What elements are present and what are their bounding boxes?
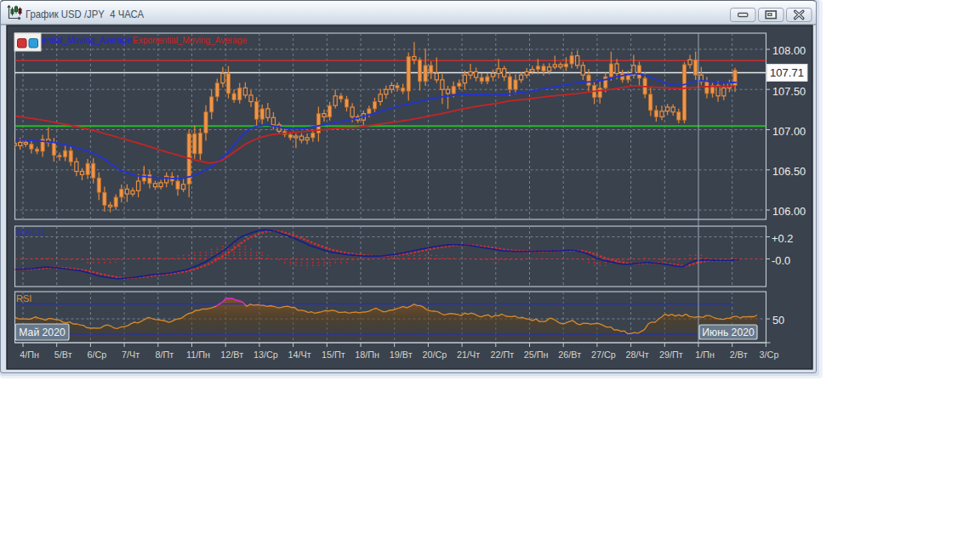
svg-text:8/Пт: 8/Пт [155, 349, 174, 360]
svg-text:15/Пт: 15/Пт [322, 349, 345, 360]
svg-text:5/Вт: 5/Вт [54, 349, 72, 360]
svg-text:3/Ср: 3/Ср [760, 349, 779, 360]
svg-text:График USD /JPY 4 ЧАСА: График USD /JPY 4 ЧАСА [26, 8, 144, 20]
svg-text:14/Чт: 14/Чт [288, 349, 311, 360]
svg-text:2/Вт: 2/Вт [730, 349, 748, 360]
svg-text:13/Ср: 13/Ср [254, 349, 278, 360]
svg-text:106.50: 106.50 [772, 165, 806, 178]
svg-text:Exponential_Moving_Average: Exponential_Moving_Average [133, 36, 247, 45]
svg-text:12/Вт: 12/Вт [220, 349, 243, 360]
svg-text:25/Пн: 25/Пн [524, 349, 549, 360]
svg-text:20/Ср: 20/Ср [422, 349, 447, 360]
svg-text:Июнь 2020: Июнь 2020 [702, 327, 755, 338]
svg-text:107.50: 107.50 [772, 85, 806, 98]
svg-text:+0.2: +0.2 [772, 232, 793, 245]
svg-text:108.00: 108.00 [772, 44, 806, 57]
svg-text:28/Чт: 28/Чт [626, 349, 649, 360]
svg-text:4/Пн: 4/Пн [20, 349, 39, 360]
svg-text:107.71: 107.71 [770, 66, 804, 79]
svg-text:29/Пт: 29/Пт [659, 349, 683, 360]
svg-text:RSI: RSI [16, 293, 31, 304]
svg-text:27/Ср: 27/Ср [591, 349, 616, 360]
svg-text:6/Ср: 6/Ср [87, 349, 106, 360]
svg-text:ential_Moving_Average: ential_Moving_Average [42, 36, 132, 45]
svg-text:7/Чт: 7/Чт [122, 349, 140, 360]
svg-text:-0.0: -0.0 [772, 254, 790, 267]
svg-text:106.00: 106.00 [772, 205, 806, 218]
svg-text:19/Вт: 19/Вт [390, 349, 413, 360]
svg-text:1/Пн: 1/Пн [695, 349, 715, 360]
svg-text:Май 2020: Май 2020 [19, 327, 66, 338]
svg-text:MACD: MACD [16, 227, 43, 237]
svg-text:107.00: 107.00 [772, 125, 806, 138]
svg-text:22/Пт: 22/Пт [490, 349, 514, 360]
svg-text:11/Пн: 11/Пн [186, 349, 210, 360]
svg-text:50: 50 [772, 314, 784, 327]
svg-text:26/Вт: 26/Вт [558, 349, 581, 360]
svg-text:21/Чт: 21/Чт [457, 349, 480, 360]
svg-text:18/Пн: 18/Пн [355, 349, 379, 360]
